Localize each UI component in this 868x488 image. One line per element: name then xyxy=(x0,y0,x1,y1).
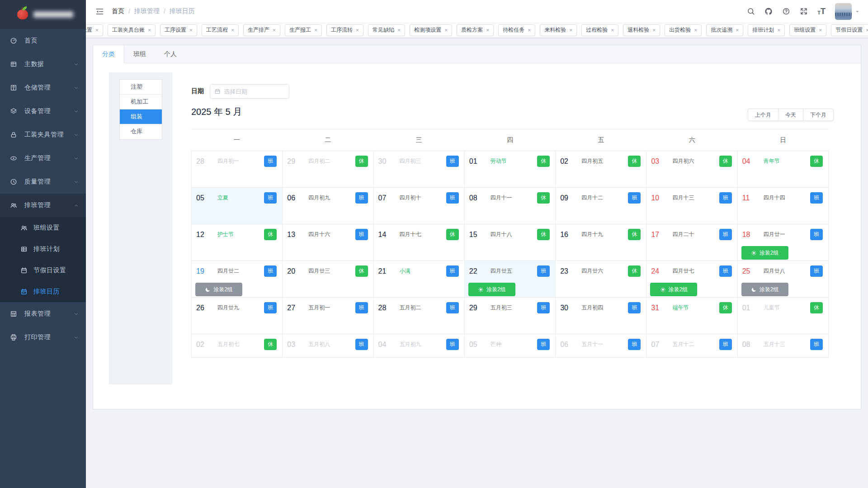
calendar-cell-22[interactable]: 22四月廿五班涂装2组 xyxy=(465,261,556,298)
search-icon[interactable] xyxy=(747,7,755,15)
sidebar-item-scheduling-mgmt[interactable]: 排班管理 xyxy=(0,194,86,217)
sidebar-item-equipment-mgmt[interactable]: 设备管理 xyxy=(0,99,86,123)
sidebar-item-print-mgmt[interactable]: 打印管理 xyxy=(0,326,86,349)
tag-工艺流程[interactable]: 工艺流程× xyxy=(202,24,239,36)
sidebar-item-home[interactable]: 首页 xyxy=(0,29,86,52)
close-icon[interactable]: × xyxy=(528,28,531,33)
calendar-cell-15[interactable]: 15四月十八休 xyxy=(465,224,556,261)
calendar-cell-12[interactable]: 12护士节休 xyxy=(192,224,283,261)
calendar-cell-07[interactable]: 07五月十二班 xyxy=(646,334,737,358)
tag-节假日设置[interactable]: 节假日设置× xyxy=(831,24,868,36)
sidebar-item-report-mgmt[interactable]: 报表管理 xyxy=(0,302,86,326)
tag-工序流转[interactable]: 工序流转× xyxy=(326,24,363,36)
close-icon[interactable]: × xyxy=(866,28,868,33)
close-icon[interactable]: × xyxy=(356,28,359,33)
breadcrumb-home[interactable]: 首页 xyxy=(112,7,124,15)
shift-button-night[interactable]: 涂装2组 xyxy=(195,283,242,296)
date-input[interactable] xyxy=(224,88,285,95)
tag-过程检验[interactable]: 过程检验× xyxy=(581,24,618,36)
category-item-warehouse[interactable]: 仓库 xyxy=(120,124,162,139)
calendar-cell-28[interactable]: 28四月初一班 xyxy=(192,151,283,188)
breadcrumb-scheduling[interactable]: 排班管理 xyxy=(134,7,160,15)
calendar-cell-07[interactable]: 07四月初十班 xyxy=(374,188,465,224)
tab-category[interactable]: 分类 xyxy=(93,45,124,63)
user-menu[interactable] xyxy=(835,3,860,20)
tab-team[interactable]: 班组 xyxy=(124,45,155,63)
calendar-cell-31[interactable]: 31端午节休 xyxy=(646,298,737,334)
calendar-cell-04[interactable]: 04五月初九班 xyxy=(374,334,465,358)
close-icon[interactable]: × xyxy=(819,28,822,33)
tag-批次追溯[interactable]: 批次追溯× xyxy=(706,24,743,36)
today-button[interactable]: 今天 xyxy=(778,109,803,121)
calendar-cell-23[interactable]: 23四月廿六休 xyxy=(556,261,646,298)
calendar-cell-01[interactable]: 01儿童节休 xyxy=(738,298,829,334)
fullscreen-icon[interactable] xyxy=(800,7,808,15)
tag-来料检验[interactable]: 来料检验× xyxy=(540,24,577,36)
github-icon[interactable] xyxy=(764,7,773,15)
category-item-assembly[interactable]: 组装 xyxy=(120,109,162,124)
calendar-cell-05[interactable]: 05立夏班 xyxy=(192,188,283,224)
calendar-cell-27[interactable]: 27五月初一班 xyxy=(283,298,373,334)
close-icon[interactable]: × xyxy=(736,28,739,33)
shift-button-night[interactable]: 涂装2组 xyxy=(741,283,788,296)
shift-button-day[interactable]: 涂装2组 xyxy=(741,246,788,260)
tag-常见缺陷[interactable]: 常见缺陷× xyxy=(368,24,405,36)
calendar-cell-09[interactable]: 09四月十二班 xyxy=(556,188,646,224)
calendar-cell-24[interactable]: 24四月廿七班涂装2组 xyxy=(646,261,737,298)
close-icon[interactable]: × xyxy=(397,28,401,33)
shift-button-day[interactable]: 涂装2组 xyxy=(650,283,697,296)
next-month-button[interactable]: 下个月 xyxy=(803,109,834,121)
calendar-cell-02[interactable]: 02五月初七休 xyxy=(192,334,283,358)
close-icon[interactable]: × xyxy=(95,28,99,33)
calendar-cell-17[interactable]: 17四月二十班 xyxy=(646,224,737,261)
tag-班组设置[interactable]: 班组设置× xyxy=(789,24,826,36)
close-icon[interactable]: × xyxy=(611,28,614,33)
close-icon[interactable]: × xyxy=(314,28,317,33)
close-icon[interactable]: × xyxy=(569,28,572,33)
calendar-cell-18[interactable]: 18四月廿一班涂装2组 xyxy=(738,224,829,261)
tag-退料检验[interactable]: 退料检验× xyxy=(623,24,660,36)
menu-fold-icon[interactable] xyxy=(90,7,110,16)
shift-button-day[interactable]: 涂装2组 xyxy=(468,283,515,296)
date-picker[interactable] xyxy=(210,84,289,99)
calendar-cell-03[interactable]: 03五月初八班 xyxy=(283,334,373,358)
tag-待检任务[interactable]: 待检任务× xyxy=(498,24,535,36)
tag-生产排产[interactable]: 生产排产× xyxy=(243,24,280,36)
calendar-cell-29[interactable]: 29五月初三班 xyxy=(465,298,556,334)
calendar-cell-28[interactable]: 28五月初二班 xyxy=(374,298,465,334)
calendar-cell-10[interactable]: 10四月十三班 xyxy=(646,188,737,224)
avatar[interactable] xyxy=(835,3,852,20)
tag-排班计划[interactable]: 排班计划× xyxy=(748,24,785,36)
tag-质检方案[interactable]: 质检方案× xyxy=(457,24,494,36)
calendar-cell-29[interactable]: 29四月初二休 xyxy=(283,151,373,188)
close-icon[interactable]: × xyxy=(652,28,656,33)
category-item-injection[interactable]: 注塑 xyxy=(120,80,162,95)
help-icon[interactable] xyxy=(782,7,790,15)
calendar-cell-26[interactable]: 26四月廿九班 xyxy=(192,298,283,334)
calendar-cell-19[interactable]: 19四月廿二班涂装2组 xyxy=(192,261,283,298)
close-icon[interactable]: × xyxy=(444,28,448,33)
sidebar-item-quality-mgmt[interactable]: 质量管理 xyxy=(0,170,86,194)
tag-型设置[interactable]: 型设置× xyxy=(86,24,103,36)
calendar-cell-03[interactable]: 03四月初六休 xyxy=(646,151,737,188)
close-icon[interactable]: × xyxy=(273,28,276,33)
calendar-cell-14[interactable]: 14四月十七休 xyxy=(374,224,465,261)
calendar-cell-06[interactable]: 06五月十一班 xyxy=(556,334,646,358)
calendar-cell-16[interactable]: 16四月十九休 xyxy=(556,224,646,261)
calendar-cell-02[interactable]: 02四月初五休 xyxy=(556,151,646,188)
calendar-cell-05[interactable]: 05芒种班 xyxy=(465,334,556,358)
close-icon[interactable]: × xyxy=(148,28,151,33)
tab-personal[interactable]: 个人 xyxy=(155,45,186,63)
close-icon[interactable]: × xyxy=(189,28,193,33)
calendar-cell-11[interactable]: 11四月十四班 xyxy=(738,188,829,224)
close-icon[interactable]: × xyxy=(694,28,697,33)
close-icon[interactable]: × xyxy=(486,28,489,33)
tag-生产报工[interactable]: 生产报工× xyxy=(285,24,322,36)
tag-工装夹具台账[interactable]: 工装夹具台账× xyxy=(108,24,156,36)
calendar-cell-04[interactable]: 04青年节休 xyxy=(738,151,829,188)
calendar-cell-20[interactable]: 20四月廿三休 xyxy=(283,261,373,298)
sidebar-item-warehouse-mgmt[interactable]: 仓储管理 xyxy=(0,76,86,99)
sidebar-item-fixture-mgmt[interactable]: 工装夹具管理 xyxy=(0,123,86,147)
calendar-cell-30[interactable]: 30四月初三班 xyxy=(374,151,465,188)
calendar-cell-01[interactable]: 01劳动节休 xyxy=(465,151,556,188)
